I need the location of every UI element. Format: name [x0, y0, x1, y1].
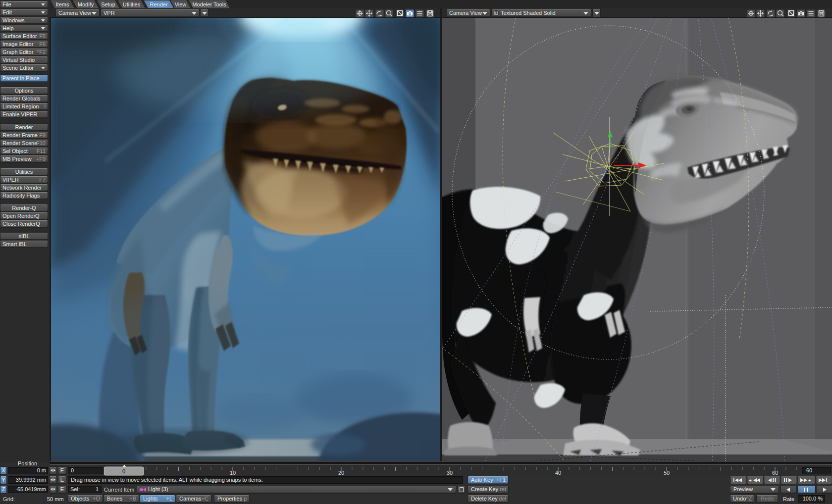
svg-text:Modify: Modify: [78, 1, 94, 7]
svg-text:Render: Render: [150, 1, 167, 7]
svg-text:+: +: [749, 478, 752, 483]
svg-text:10: 10: [230, 470, 236, 476]
svg-text:View: View: [175, 1, 187, 7]
svg-text:Setup: Setup: [101, 1, 115, 7]
svg-text:Modeler Tools: Modeler Tools: [192, 1, 226, 7]
svg-text:Items: Items: [56, 1, 69, 7]
svg-text:50: 50: [664, 470, 670, 476]
svg-text:Utilities: Utilities: [123, 1, 141, 7]
svg-text:+: +: [808, 478, 811, 483]
svg-text:0: 0: [122, 468, 125, 474]
svg-text:40: 40: [555, 470, 561, 476]
svg-text:60: 60: [772, 470, 778, 476]
svg-text:20: 20: [338, 470, 344, 476]
svg-text:30: 30: [447, 470, 453, 476]
